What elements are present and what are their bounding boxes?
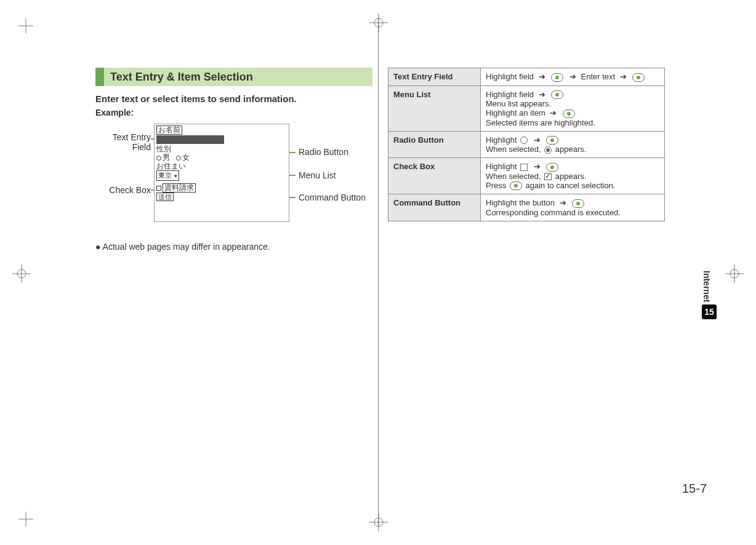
gender-male: 男 (163, 153, 170, 162)
section-heading: Text Entry & Item Selection (95, 68, 372, 86)
row-label: Text Entry Field (388, 68, 481, 86)
intro-text: Enter text or select items to send infor… (95, 93, 372, 104)
row-label: Check Box (388, 158, 481, 194)
form-send-button: 送信 (156, 193, 174, 201)
left-column: Text Entry & Item Selection Enter text o… (95, 68, 372, 252)
note-text: Actual web pages may differ in appearanc… (95, 242, 372, 252)
center-key-icon (551, 90, 563, 99)
row-desc: Highlight ➔ When selected, appears. (481, 131, 665, 158)
radio-off-icon (520, 137, 528, 144)
form-name-field (156, 135, 224, 144)
callout-text-entry-field: Text Entry Field (95, 132, 151, 152)
row-label: Menu List (388, 86, 481, 131)
arrow-icon: ➔ (569, 72, 576, 81)
chapter-tab: Internet 15 (702, 271, 718, 319)
gender-female: 女 (182, 153, 190, 162)
crop-mark-left-center (12, 265, 31, 283)
table-row: Radio Button Highlight ➔ When selected, … (388, 131, 665, 158)
form-gender-label: 性別 (156, 145, 287, 153)
callout-check-box: Check Box (95, 185, 151, 195)
checkbox-on-icon (544, 173, 552, 180)
radio-on-icon (544, 146, 552, 154)
right-column: Text Entry Field Highlight field ➔ ➔ Ent… (388, 68, 665, 221)
arrow-icon: ➔ (550, 108, 557, 117)
arrow-icon: ➔ (534, 162, 541, 171)
arrow-icon: ➔ (620, 72, 627, 81)
radio-icon (176, 156, 181, 161)
arrow-icon: ➔ (539, 90, 545, 99)
example-label: Example: (95, 108, 372, 117)
form-address-label: お住まい (156, 162, 287, 170)
callout-menu-list: Menu List (299, 170, 336, 180)
crop-mark-bottom-left (18, 512, 33, 527)
arrow-icon: ➔ (534, 135, 541, 145)
crop-mark-bottom-center (369, 513, 388, 531)
table-row: Command Button Highlight the button ➔ Co… (388, 194, 665, 221)
form-request-label: 資料請求 (163, 183, 196, 193)
page-number: 15-7 (682, 482, 707, 496)
address-dropdown: 東京 (156, 170, 179, 181)
center-key-icon (563, 109, 575, 118)
arrow-icon: ➔ (539, 72, 545, 81)
row-desc: Highlight field ➔ Menu list appears. Hig… (481, 86, 665, 131)
instruction-table: Text Entry Field Highlight field ➔ ➔ Ent… (388, 68, 665, 221)
column-divider (378, 18, 379, 526)
table-row: Text Entry Field Highlight field ➔ ➔ Ent… (388, 68, 665, 86)
center-key-icon (546, 163, 558, 172)
table-row: Menu List Highlight field ➔ Menu list ap… (388, 86, 665, 131)
row-desc: Highlight ➔ When selected, appears. Pres… (481, 158, 665, 194)
row-desc: Highlight field ➔ ➔ Enter text ➔ (481, 68, 665, 86)
heading-accent (95, 68, 104, 86)
crop-mark-right-center (725, 265, 744, 283)
row-label: Radio Button (388, 131, 481, 158)
crop-mark-top-center (369, 14, 388, 32)
center-key-icon (632, 73, 645, 82)
form-name-label: お名前 (156, 125, 182, 135)
arrow-icon: ➔ (560, 198, 566, 207)
example-figure: Text Entry Field Check Box Radio Button … (95, 124, 372, 234)
section-title: Text Entry & Item Selection (104, 68, 372, 86)
row-label: Command Button (388, 194, 481, 221)
crop-mark-top-left (18, 18, 33, 33)
center-key-icon (572, 199, 584, 208)
radio-icon (156, 156, 161, 161)
checkbox-icon (156, 186, 161, 191)
row-desc: Highlight the button ➔ Corresponding com… (481, 194, 665, 221)
center-key-icon (546, 136, 558, 145)
checkbox-off-icon (520, 164, 528, 171)
chapter-label: Internet (702, 271, 712, 302)
table-row: Check Box Highlight ➔ When selected, app… (388, 158, 665, 194)
callout-radio-button: Radio Button (299, 147, 348, 157)
callout-command-button: Command Button (299, 193, 366, 202)
center-key-icon (510, 181, 522, 190)
center-key-icon (551, 73, 563, 82)
phone-screen-mock: お名前 性別 男 女 お住まい 東京 資料請求 送信 (154, 124, 289, 222)
chapter-number: 15 (702, 304, 717, 319)
